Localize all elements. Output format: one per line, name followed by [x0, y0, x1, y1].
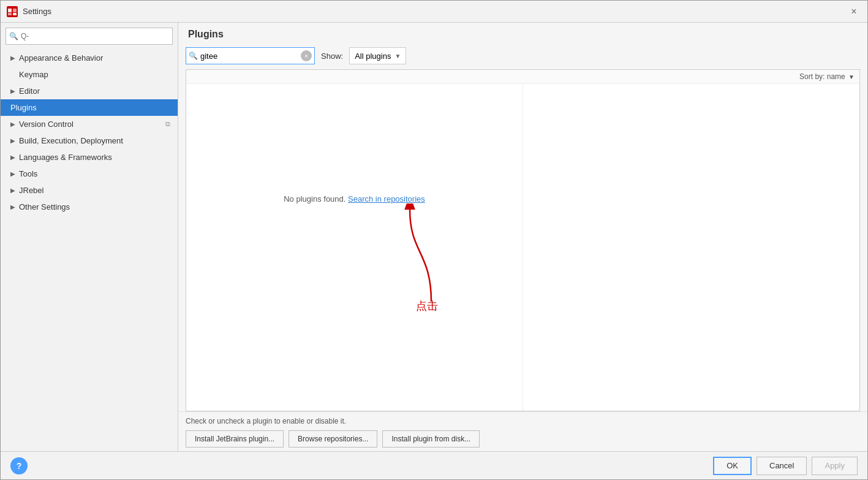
chevron-icon: ▶: [10, 154, 15, 161]
plugin-search-input[interactable]: [200, 51, 298, 61]
plugin-list-body: No plugins found. Search in repositories: [186, 84, 859, 411]
show-dropdown-value: All plugins: [355, 51, 391, 61]
sidebar-item-languages[interactable]: ▶ Languages & Frameworks: [1, 149, 178, 166]
plugin-search-wrap: 🔍 ×: [186, 47, 315, 64]
plugin-right-pane: [523, 84, 859, 411]
main-content: 🔍 ▶ Appearance & Behavior Keymap ▶ Edito…: [1, 23, 867, 451]
copy-icon: ⧉: [165, 120, 170, 128]
chevron-icon: ▶: [10, 88, 15, 94]
chevron-icon: ▶: [10, 204, 15, 210]
svg-rect-1: [8, 9, 12, 12]
plugin-list-header: Sort by: name ▼: [186, 70, 859, 84]
plugins-toolbar: 🔍 × Show: All plugins ▼: [178, 45, 867, 69]
apply-button[interactable]: Apply: [812, 457, 858, 475]
plugin-search-icon: 🔍: [189, 51, 198, 60]
annotation-container: 点击: [401, 204, 443, 310]
action-buttons: Install JetBrains plugin... Browse repos…: [186, 430, 860, 448]
footer-buttons: OK Cancel Apply: [713, 457, 858, 475]
plugin-search-clear-button[interactable]: ×: [301, 50, 312, 61]
bottom-area: Check or uncheck a plugin to enable or d…: [178, 411, 867, 451]
sort-label-text: Sort by: name: [799, 72, 845, 81]
chevron-icon: ▶: [10, 55, 15, 61]
sidebar-item-label: Editor: [19, 86, 40, 96]
sidebar-search-input[interactable]: [6, 28, 173, 45]
sidebar: 🔍 ▶ Appearance & Behavior Keymap ▶ Edito…: [1, 23, 178, 451]
sidebar-item-jrebel[interactable]: ▶ JRebel: [1, 182, 178, 199]
browse-repositories-button[interactable]: Browse repositories...: [289, 430, 377, 448]
install-from-disk-button[interactable]: Install plugin from disk...: [382, 430, 480, 448]
chevron-icon: ▶: [10, 187, 15, 194]
annotation-text: 点击: [416, 299, 438, 313]
sort-by-name[interactable]: Sort by: name ▼: [799, 72, 855, 81]
footer: ? OK Cancel Apply: [1, 451, 867, 479]
no-plugins-container: No plugins found. Search in repositories: [284, 194, 425, 204]
sidebar-item-label: JRebel: [19, 186, 43, 195]
help-button[interactable]: ?: [10, 457, 28, 474]
show-label: Show:: [321, 51, 343, 61]
sidebar-search-icon: 🔍: [9, 32, 18, 40]
install-jetbrains-button[interactable]: Install JetBrains plugin...: [186, 430, 284, 448]
chevron-icon: ▶: [10, 170, 15, 177]
sidebar-item-label: Appearance & Behavior: [19, 53, 103, 63]
settings-dialog: Settings × 🔍 ▶ Appearance & Behavior Key…: [0, 0, 868, 480]
sidebar-item-label: Other Settings: [19, 202, 70, 211]
sort-arrow-icon: ▼: [848, 74, 855, 80]
sidebar-item-tools[interactable]: ▶ Tools: [1, 166, 178, 182]
dialog-title: Settings: [23, 7, 51, 16]
chevron-down-icon: ▼: [394, 53, 401, 59]
panel-title: Plugins: [178, 23, 867, 45]
close-button[interactable]: ×: [847, 4, 861, 19]
hint-text: Check or uncheck a plugin to enable or d…: [186, 417, 860, 425]
install-disk-label: Install plugin from disk...: [391, 435, 470, 443]
sidebar-item-label: Languages & Frameworks: [19, 153, 112, 162]
title-bar: Settings ×: [1, 1, 867, 23]
install-jetbrains-label: Install JetBrains plugin...: [195, 435, 274, 443]
ok-button[interactable]: OK: [713, 457, 752, 475]
annotation-arrow-svg: [401, 204, 443, 308]
sidebar-item-label: Keymap: [19, 70, 48, 79]
svg-rect-2: [13, 9, 17, 12]
svg-rect-4: [13, 13, 17, 15]
svg-rect-3: [8, 13, 12, 15]
app-icon: [7, 6, 18, 17]
sidebar-item-label: Plugins: [10, 103, 37, 112]
plugin-left-pane: No plugins found. Search in repositories: [186, 84, 523, 411]
sidebar-item-appearance[interactable]: ▶ Appearance & Behavior: [1, 50, 178, 66]
sidebar-item-label: Version Control: [19, 120, 74, 129]
plugin-list-area: Sort by: name ▼ No plugins found. Search…: [186, 69, 860, 411]
search-in-repositories-link[interactable]: Search in repositories: [348, 194, 425, 204]
title-bar-left: Settings: [7, 6, 51, 17]
sidebar-item-editor[interactable]: ▶ Editor: [1, 83, 178, 99]
show-dropdown[interactable]: All plugins ▼: [349, 47, 406, 64]
chevron-icon: ▶: [10, 121, 15, 128]
sidebar-item-label: Build, Execution, Deployment: [19, 136, 123, 145]
sidebar-item-version-control[interactable]: ▶ Version Control ⧉: [1, 116, 178, 132]
chevron-icon: ▶: [10, 137, 15, 144]
sidebar-item-other[interactable]: ▶ Other Settings: [1, 199, 178, 215]
right-panel: Plugins 🔍 × Show: All plugins ▼ Sor: [178, 23, 867, 451]
cancel-button[interactable]: Cancel: [757, 457, 807, 475]
sidebar-item-keymap[interactable]: Keymap: [1, 66, 178, 83]
no-plugins-text: No plugins found.: [284, 194, 345, 204]
sidebar-item-label: Tools: [19, 169, 37, 178]
browse-repos-label: Browse repositories...: [298, 435, 368, 443]
sidebar-search-box: 🔍: [6, 28, 173, 45]
sidebar-item-build[interactable]: ▶ Build, Execution, Deployment: [1, 132, 178, 149]
sidebar-item-plugins[interactable]: Plugins: [1, 99, 178, 116]
